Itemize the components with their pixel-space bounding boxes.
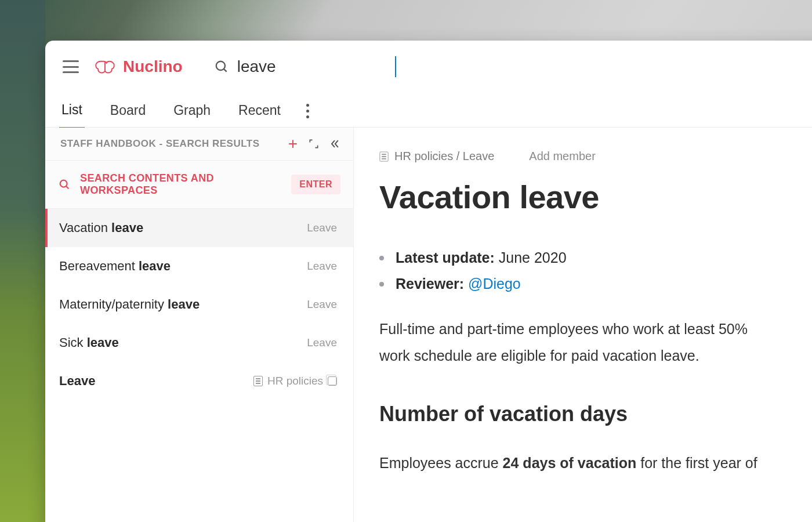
- svg-point-0: [216, 61, 224, 70]
- result-title: Leave: [59, 374, 95, 388]
- collection-icon: [328, 376, 337, 386]
- search-result-item[interactable]: Maternity/paternity leaveLeave: [45, 285, 353, 324]
- document-icon: [253, 376, 263, 386]
- add-member-link[interactable]: Add member: [529, 150, 596, 163]
- tab-board[interactable]: Board: [108, 103, 148, 128]
- sidebar-header: STAFF HANDBOOK - SEARCH RESULTS +: [45, 128, 353, 161]
- top-bar: Nuclino: [45, 41, 812, 93]
- tab-graph[interactable]: Graph: [171, 103, 213, 128]
- result-title: Maternity/paternity leave: [59, 297, 307, 312]
- expand-icon[interactable]: [308, 138, 320, 150]
- main-split: STAFF HANDBOOK - SEARCH RESULTS + SEARCH…: [45, 128, 812, 522]
- search-icon: [58, 178, 71, 191]
- hamburger-menu-icon[interactable]: [63, 60, 79, 73]
- result-title: Bereavement leave: [59, 259, 307, 274]
- text-caret: [395, 56, 396, 77]
- result-category: HR policies: [253, 375, 337, 387]
- svg-line-1: [223, 69, 226, 72]
- search-result-collection[interactable]: Leave HR policies: [45, 362, 353, 400]
- tab-list[interactable]: List: [59, 102, 85, 129]
- search-field[interactable]: [214, 56, 396, 77]
- body-paragraph: Employees accrue 24 days of vacation for…: [379, 449, 812, 476]
- section-heading: Number of vacation days: [379, 402, 812, 426]
- search-icon: [214, 59, 229, 74]
- meta-reviewer: Reviewer: @Diego: [379, 276, 812, 292]
- meta-list: Latest update: June 2020 Reviewer: @Dieg…: [379, 249, 812, 292]
- search-result-item[interactable]: Vacation leaveLeave: [45, 209, 353, 247]
- sidebar-title: STAFF HANDBOOK - SEARCH RESULTS: [60, 138, 278, 150]
- enter-key-badge: ENTER: [291, 175, 340, 194]
- result-category: Leave: [307, 260, 337, 273]
- search-all-workspaces[interactable]: SEARCH CONTENTS AND WORKSPACES ENTER: [45, 161, 353, 209]
- body-paragraph: Full-time and part-time employees who wo…: [379, 316, 812, 369]
- result-category: Leave: [307, 336, 337, 349]
- search-result-item[interactable]: Sick leaveLeave: [45, 324, 353, 362]
- desktop-wallpaper-left: [0, 0, 45, 522]
- meta-latest-update: Latest update: June 2020: [379, 249, 812, 266]
- result-category: Leave: [307, 222, 337, 234]
- breadcrumb-row: HR policies / Leave Add member: [379, 150, 812, 163]
- view-tabs: List Board Graph Recent: [45, 93, 812, 128]
- search-input[interactable]: [237, 57, 388, 76]
- user-mention[interactable]: @Diego: [468, 276, 521, 292]
- document-icon: [379, 151, 388, 161]
- brain-icon: [93, 55, 117, 79]
- bullet-icon: [379, 282, 384, 287]
- page-title: Vacation leave: [379, 178, 812, 216]
- app-logo[interactable]: Nuclino: [93, 55, 183, 79]
- search-results-sidebar: STAFF HANDBOOK - SEARCH RESULTS + SEARCH…: [45, 128, 354, 522]
- bullet-icon: [379, 256, 384, 260]
- search-cta-label: SEARCH CONTENTS AND WORKSPACES: [80, 172, 282, 197]
- result-category: Leave: [307, 298, 337, 311]
- breadcrumb[interactable]: HR policies / Leave: [379, 150, 494, 163]
- result-title: Vacation leave: [59, 220, 307, 235]
- svg-line-3: [66, 186, 69, 189]
- result-title: Sick leave: [59, 335, 307, 350]
- add-item-icon[interactable]: +: [287, 138, 299, 150]
- brand-name: Nuclino: [123, 57, 183, 76]
- search-result-item[interactable]: Bereavement leaveLeave: [45, 247, 353, 285]
- document-pane: HR policies / Leave Add member Vacation …: [354, 128, 812, 522]
- app-window: Nuclino List Board Graph Recent STAFF HA…: [45, 41, 812, 522]
- collapse-sidebar-icon[interactable]: [329, 138, 340, 150]
- tab-more-icon[interactable]: [306, 104, 310, 126]
- tab-recent[interactable]: Recent: [236, 103, 283, 128]
